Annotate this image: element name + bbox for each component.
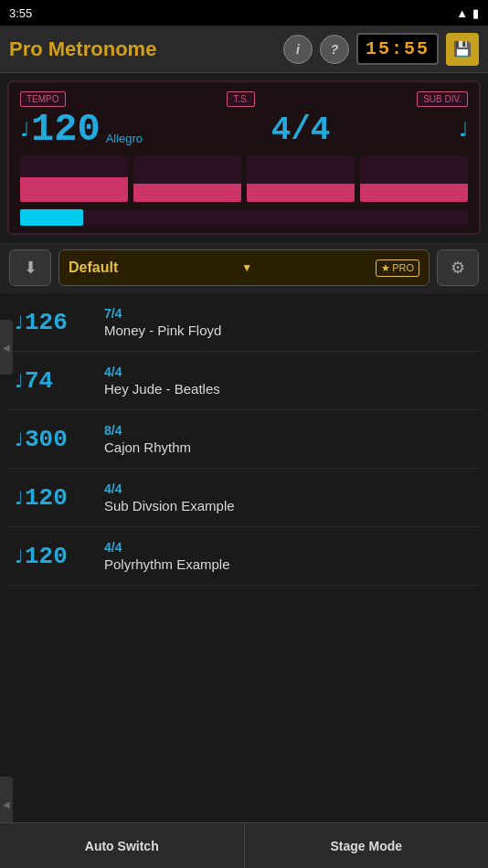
song-2-note-icon: ♩	[15, 370, 23, 392]
beat-bars	[20, 156, 468, 202]
song-4-note-icon: ♩	[15, 487, 23, 509]
progress-fill	[20, 209, 83, 226]
save-button[interactable]: 💾	[446, 33, 479, 66]
progress-track[interactable]	[20, 209, 468, 226]
tempo-label: TEMPO	[20, 91, 66, 107]
beat-bar-2[interactable]	[133, 156, 241, 202]
time-display: 15:55	[356, 33, 439, 65]
tempo-value: 120	[31, 111, 101, 149]
song-5-title: Polyrhythm Example	[104, 556, 473, 572]
header-controls: i ? 15:55 💾	[283, 33, 479, 66]
song-5-note-icon: ♩	[15, 545, 23, 567]
tempo-name: Allegro	[106, 132, 143, 145]
song-2-tempo-block: ♩ 74	[15, 367, 97, 395]
song-3-info: 8/4 Cajon Rhythm	[104, 423, 473, 455]
song-2-info: 4/4 Hey Jude - Beatles	[104, 365, 473, 397]
preset-bar: ⬇ Default ▼ ★ PRO ⚙	[0, 242, 488, 293]
preset-selector[interactable]: Default ▼ ★ PRO	[58, 249, 430, 286]
song-5-tempo-block: ♩ 120	[15, 543, 97, 570]
song-3-tempo: 300	[25, 426, 68, 453]
status-time: 3:55	[9, 6, 32, 20]
metro-labels: TEMPO T.S. SUB DIV.	[20, 91, 468, 107]
title-suffix: nome	[103, 37, 157, 60]
pro-label: PRO	[392, 262, 414, 273]
settings-icon: ⚙	[451, 258, 465, 278]
wifi-icon: ▲	[456, 6, 468, 20]
song-item-5[interactable]: ♩ 120 4/4 Polyrhythm Example	[7, 527, 481, 586]
song-3-ts: 8/4	[104, 423, 473, 438]
subdiv-section[interactable]: ♩	[459, 118, 468, 142]
ts-value: 4/4	[271, 111, 331, 149]
ts-label: T.S.	[227, 91, 255, 107]
subdiv-label: SUB DIV.	[417, 91, 468, 107]
stage-mode-button[interactable]: Stage Mode	[245, 823, 489, 868]
beat-bar-1[interactable]	[20, 156, 128, 202]
beat-bar-4[interactable]	[360, 156, 468, 202]
song-1-info: 7/4 Money - Pink Floyd	[104, 306, 473, 338]
subdiv-note-icon: ♩	[459, 118, 468, 141]
song-item-3[interactable]: ♩ 300 8/4 Cajon Rhythm	[7, 410, 481, 469]
song-1-title: Money - Pink Floyd	[104, 323, 473, 338]
preset-download-button[interactable]: ⬇	[9, 249, 51, 286]
song-3-title: Cajon Rhythm	[104, 439, 473, 455]
preset-settings-button[interactable]: ⚙	[437, 249, 479, 286]
song-1-tempo-block: ♩ 126	[15, 309, 97, 336]
song-2-ts: 4/4	[104, 365, 473, 379]
preset-name: Default	[69, 259, 118, 276]
help-button[interactable]: ?	[320, 35, 349, 64]
status-bar: 3:55 ▲ ▮	[0, 0, 488, 26]
song-4-ts: 4/4	[104, 482, 473, 496]
download-icon: ⬇	[24, 258, 37, 278]
tempo-note-icon: ♩	[20, 118, 29, 142]
song-3-tempo-block: ♩ 300	[15, 426, 97, 453]
song-1-tempo: 126	[25, 309, 68, 336]
song-2-tempo: 74	[25, 367, 53, 395]
song-1-ts: 7/4	[104, 306, 473, 321]
preset-pro-badge: ★ PRO	[376, 259, 419, 277]
tempo-section[interactable]: ♩ 120 Allegro	[20, 111, 143, 149]
song-list: ♩ 126 7/4 Money - Pink Floyd ♩ 74 4/4 He…	[0, 293, 488, 732]
app-header: Pro Metronome i ? 15:55 💾	[0, 26, 488, 73]
song-3-note-icon: ♩	[15, 429, 23, 450]
preset-dropdown-icon: ▼	[241, 261, 252, 274]
song-5-tempo: 120	[25, 543, 68, 570]
beat-bar-3[interactable]	[247, 156, 355, 202]
song-item-1[interactable]: ♩ 126 7/4 Money - Pink Floyd	[7, 293, 481, 352]
song-4-info: 4/4 Sub Divsion Example	[104, 482, 473, 513]
pro-star-icon: ★	[381, 262, 390, 274]
song-5-info: 4/4 Polyrhythm Example	[104, 540, 473, 572]
song-2-title: Hey Jude - Beatles	[104, 381, 473, 397]
auto-switch-button[interactable]: Auto Switch	[0, 823, 245, 868]
side-handle-top[interactable]: ◀	[0, 320, 13, 375]
status-icons: ▲ ▮	[456, 6, 479, 20]
song-4-title: Sub Divsion Example	[104, 498, 473, 513]
song-5-ts: 4/4	[104, 540, 473, 555]
song-4-tempo-block: ♩ 120	[15, 484, 97, 512]
song-4-tempo: 120	[25, 484, 68, 512]
title-prefix: Pro Metro	[9, 37, 103, 60]
bottom-bar: Auto Switch Stage Mode	[0, 822, 488, 868]
metronome-display: TEMPO T.S. SUB DIV. ♩ 120 Allegro 4/4 ♩	[7, 80, 481, 235]
song-item-4[interactable]: ♩ 120 4/4 Sub Divsion Example	[7, 469, 481, 527]
app-title: Pro Metronome	[9, 37, 156, 61]
song-item-2[interactable]: ♩ 74 4/4 Hey Jude - Beatles	[7, 352, 481, 410]
battery-icon: ▮	[472, 6, 479, 20]
info-button[interactable]: i	[283, 35, 313, 64]
ts-section[interactable]: 4/4	[271, 111, 331, 149]
metro-main-row: ♩ 120 Allegro 4/4 ♩	[20, 111, 468, 149]
song-1-note-icon: ♩	[15, 312, 23, 333]
